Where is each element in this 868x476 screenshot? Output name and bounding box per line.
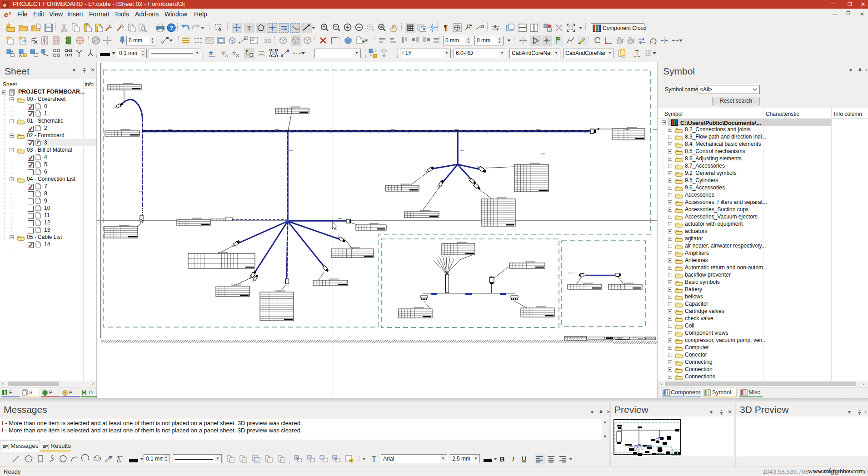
svg-text:S: S: [549, 29, 551, 32]
svg-text:e³: e³: [4, 11, 11, 19]
svg-text:¶: ¶: [444, 24, 448, 32]
svg-text:I: I: [512, 455, 514, 463]
svg-text:3D: 3D: [264, 37, 272, 44]
svg-text:e: e: [3, 2, 6, 8]
svg-text:T: T: [247, 24, 251, 32]
svg-text:T: T: [635, 50, 639, 56]
svg-text:A: A: [19, 53, 22, 58]
svg-text:?: ?: [170, 25, 173, 31]
svg-text:#: #: [232, 50, 236, 57]
svg-text:#: #: [209, 50, 213, 57]
svg-text:T: T: [372, 455, 376, 464]
svg-text:F: F: [37, 140, 40, 145]
svg-text:B: B: [500, 455, 505, 463]
svg-text:TX: TX: [295, 27, 299, 31]
svg-text:#: #: [221, 50, 225, 57]
svg-text:U: U: [522, 455, 526, 462]
